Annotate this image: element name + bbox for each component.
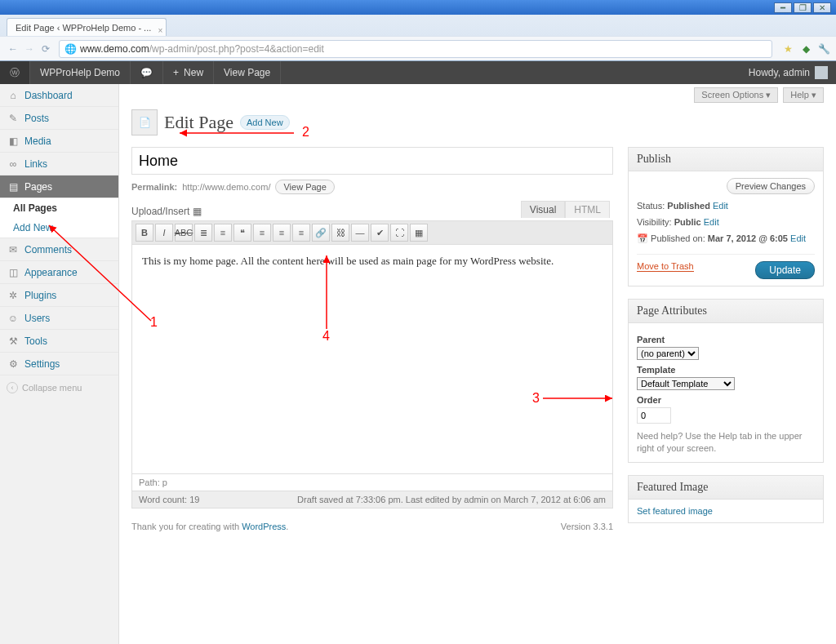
permalink-url: http://www.demo.com/ bbox=[182, 182, 270, 192]
align-center-button[interactable]: ≡ bbox=[273, 224, 291, 242]
italic-button[interactable]: I bbox=[155, 224, 173, 242]
wrench-icon[interactable]: 🔧 bbox=[816, 42, 831, 56]
url-host: www.demo.com bbox=[80, 43, 149, 55]
title-input[interactable] bbox=[131, 147, 613, 175]
wordcount-value: 19 bbox=[189, 495, 199, 504]
media-upload-icon[interactable]: ▦ bbox=[193, 206, 202, 217]
sidebar-item-users[interactable]: ☺Users bbox=[0, 307, 118, 330]
bookmark-icon[interactable]: ★ bbox=[780, 42, 795, 56]
update-button[interactable]: Update bbox=[755, 261, 815, 279]
sidebar-item-comments[interactable]: ✉Comments bbox=[0, 238, 118, 261]
annotation-4: 4 bbox=[322, 329, 330, 344]
settings-icon: ⚙ bbox=[7, 358, 20, 370]
footer-version: Version 3.3.1 bbox=[561, 522, 613, 531]
publish-heading: Publish bbox=[629, 148, 823, 171]
site-name[interactable]: WPProHelp Demo bbox=[30, 61, 131, 84]
tab-close-icon[interactable]: × bbox=[158, 22, 162, 40]
comments-bubble-icon[interactable]: 💬 bbox=[131, 61, 163, 84]
sidebar-item-plugins[interactable]: ✲Plugins bbox=[0, 284, 118, 307]
featured-image-box: Featured Image Set featured image bbox=[628, 475, 824, 523]
sidebar-sub-all-pages[interactable]: All Pages bbox=[0, 198, 118, 218]
annotation-1: 1 bbox=[150, 315, 158, 330]
page-icon: 📄 bbox=[131, 109, 158, 135]
featured-image-heading: Featured Image bbox=[629, 476, 823, 500]
link-button[interactable]: 🔗 bbox=[312, 224, 330, 242]
editor-tab-visual[interactable]: Visual bbox=[521, 201, 565, 218]
spellcheck-button[interactable]: ✔ bbox=[371, 224, 389, 242]
align-left-button[interactable]: ≡ bbox=[253, 224, 271, 242]
bold-button[interactable]: B bbox=[136, 224, 153, 242]
avatar-icon bbox=[815, 66, 828, 79]
sidebar-item-appearance[interactable]: ◫Appearance bbox=[0, 261, 118, 284]
back-button[interactable]: ← bbox=[5, 41, 21, 57]
sidebar-item-tools[interactable]: ⚒Tools bbox=[0, 330, 118, 353]
forward-button[interactable]: → bbox=[21, 41, 38, 57]
calendar-icon: 📅 bbox=[637, 233, 648, 243]
unlink-button[interactable]: ⛓ bbox=[331, 224, 349, 242]
footer-wp-link[interactable]: WordPress bbox=[242, 522, 286, 531]
editor-content[interactable]: This is my home page. All the content he… bbox=[132, 245, 612, 473]
align-right-button[interactable]: ≡ bbox=[292, 224, 310, 242]
published-value: Mar 7, 2012 @ 6:05 bbox=[708, 233, 788, 243]
extension-icon[interactable]: ◆ bbox=[798, 42, 813, 56]
path-label: Path: bbox=[139, 477, 160, 487]
parent-label: Parent bbox=[637, 335, 815, 344]
preview-button[interactable]: Preview Changes bbox=[727, 178, 815, 194]
account-menu[interactable]: Howdy, admin bbox=[740, 66, 836, 79]
help-button[interactable]: Help ▾ bbox=[783, 87, 824, 103]
visibility-edit-link[interactable]: Edit bbox=[704, 217, 719, 227]
pages-icon: ▤ bbox=[7, 181, 20, 193]
collapse-icon: ‹ bbox=[7, 382, 18, 393]
template-select[interactable]: Default Template bbox=[637, 377, 735, 390]
fullscreen-button[interactable]: ⛶ bbox=[390, 224, 408, 242]
sidebar-item-dashboard[interactable]: ⌂Dashboard bbox=[0, 84, 118, 107]
collapse-menu[interactable]: ‹Collapse menu bbox=[0, 375, 118, 400]
view-page-button[interactable]: View Page bbox=[275, 180, 334, 194]
sidebar-item-pages[interactable]: ▤Pages bbox=[0, 175, 118, 198]
page-title: Edit Page bbox=[164, 112, 233, 133]
plugins-icon: ✲ bbox=[7, 290, 20, 301]
howdy-text: Howdy, admin bbox=[749, 67, 810, 78]
parent-select[interactable]: (no parent) bbox=[637, 347, 699, 360]
status-label: Status: bbox=[637, 201, 665, 211]
sidebar-item-links[interactable]: ∞Links bbox=[0, 153, 118, 175]
sidebar-item-settings[interactable]: ⚙Settings bbox=[0, 353, 118, 375]
browser-tab[interactable]: Edit Page ‹ WPProHelp Demo - ... × bbox=[7, 18, 167, 36]
reload-button[interactable]: ⟳ bbox=[38, 41, 54, 57]
screen-options-button[interactable]: Screen Options ▾ bbox=[694, 87, 778, 103]
strike-button[interactable]: ABC bbox=[175, 224, 193, 242]
ol-button[interactable]: ≡ bbox=[214, 224, 232, 242]
order-label: Order bbox=[637, 395, 815, 405]
wordcount-label: Word count: bbox=[139, 495, 187, 504]
window-max-button[interactable]: ❐ bbox=[794, 2, 812, 13]
url-bar[interactable]: 🌐 www.demo.com/wp-admin/post.php?post=4&… bbox=[59, 40, 772, 58]
kitchen-sink-button[interactable]: ▦ bbox=[410, 224, 428, 242]
set-featured-image-link[interactable]: Set featured image bbox=[637, 506, 713, 516]
upload-insert-label: Upload/Insert bbox=[131, 206, 189, 217]
new-content-button[interactable]: +New bbox=[163, 61, 214, 84]
window-min-button[interactable]: ━ bbox=[774, 2, 792, 13]
status-edit-link[interactable]: Edit bbox=[713, 201, 728, 211]
order-input[interactable] bbox=[637, 407, 671, 424]
editor-tab-html[interactable]: HTML bbox=[565, 201, 610, 218]
users-icon: ☺ bbox=[7, 313, 20, 324]
footer-thank: Thank you for creating with bbox=[131, 522, 242, 531]
attrs-help-text: Need help? Use the Help tab in the upper… bbox=[637, 430, 815, 455]
published-edit-link[interactable]: Edit bbox=[790, 233, 806, 243]
editor-toolbar: B I ABC ≣ ≡ ❝ ≡ ≡ ≡ 🔗 ⛓ — ✔ bbox=[132, 221, 612, 245]
sidebar-sub-add-new[interactable]: Add New bbox=[0, 218, 118, 238]
view-page-link[interactable]: View Page bbox=[214, 61, 281, 84]
published-label: Published on: bbox=[651, 233, 705, 243]
add-new-button[interactable]: Add New bbox=[240, 115, 290, 130]
sidebar-item-media[interactable]: ◧Media bbox=[0, 130, 118, 153]
more-button[interactable]: — bbox=[351, 224, 369, 242]
page-attributes-box: Page Attributes Parent (no parent) Templ… bbox=[628, 299, 824, 463]
ul-button[interactable]: ≣ bbox=[194, 224, 212, 242]
window-close-button[interactable]: ✕ bbox=[813, 2, 831, 13]
page-attributes-heading: Page Attributes bbox=[629, 300, 823, 323]
wp-logo[interactable]: ⓦ bbox=[0, 61, 30, 84]
quote-button[interactable]: ❝ bbox=[233, 224, 251, 242]
sidebar-item-posts[interactable]: ✎Posts bbox=[0, 107, 118, 130]
move-to-trash-link[interactable]: Move to Trash bbox=[637, 261, 694, 272]
annotation-3: 3 bbox=[532, 391, 540, 406]
